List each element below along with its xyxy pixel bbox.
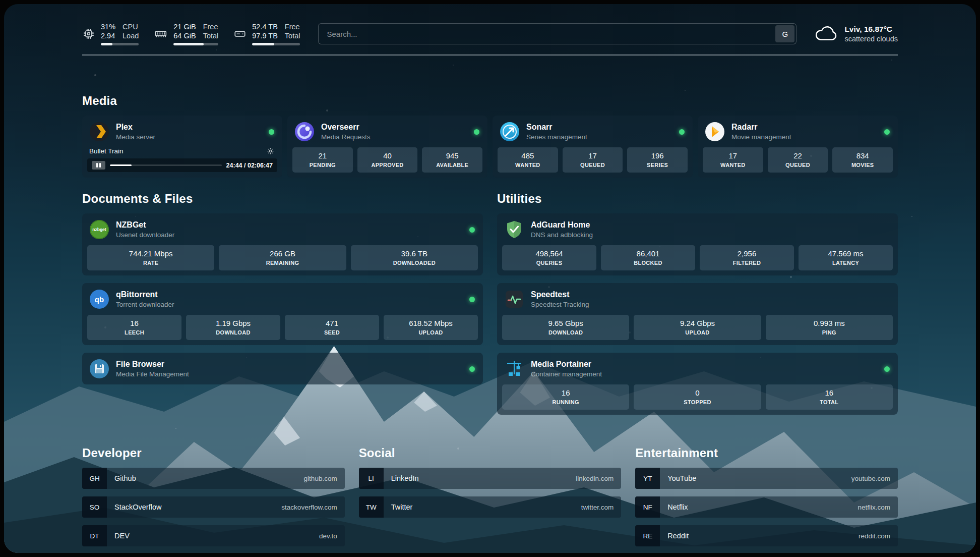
service-desc: Torrent downloader: [116, 300, 174, 309]
stat-tile: 39.6 TBDOWNLOADED: [351, 245, 478, 270]
disk-total-label: Total: [285, 31, 300, 40]
bookmark-url: twitter.com: [581, 504, 614, 511]
search-provider-button[interactable]: G: [775, 25, 794, 42]
service-card-filebrowser[interactable]: File Browser Media File Management: [82, 353, 483, 384]
overseerr-icon: [294, 122, 315, 142]
service-name: Overseerr: [321, 122, 371, 132]
service-name: File Browser: [116, 359, 189, 369]
stat-tile: 834MOVIES: [832, 147, 893, 173]
service-card-sonarr[interactable]: Sonarr Series management 485WANTED 17QUE…: [493, 116, 693, 178]
stat-tile: 21PENDING: [292, 147, 353, 173]
memory-free-value: 21 GiB: [173, 22, 196, 31]
cloud-icon: [815, 24, 838, 43]
weather-condition: scattered clouds: [844, 34, 898, 44]
memory-ram-icon: [154, 27, 168, 40]
disk-drive-icon: [233, 27, 247, 40]
stat-tile: 0STOPPED: [634, 384, 761, 410]
stat-tile: 2,956FILTERED: [700, 245, 794, 270]
bookmark-url: reddit.com: [859, 532, 890, 540]
bookmark-twitter[interactable]: TW Twitter twitter.com: [359, 496, 622, 518]
bookmark-github[interactable]: GH Github github.com: [82, 468, 345, 489]
service-name: Radarr: [731, 122, 791, 132]
service-name: Sonarr: [526, 122, 587, 132]
status-dot: [474, 129, 479, 135]
disk-free-value: 52.4 TB: [252, 22, 278, 31]
service-card-speedtest[interactable]: Speedtest Speedtest Tracking 9.65 GbpsDO…: [497, 283, 898, 345]
weather-location-temp: Lviv, 16.87°C: [844, 24, 898, 34]
stat-tile: 196SERIES: [627, 147, 688, 173]
service-name: Speedtest: [531, 290, 589, 300]
memory-meter: [173, 43, 218, 45]
stat-tile: 40APPROVED: [357, 147, 418, 173]
svg-text:nzbget: nzbget: [92, 227, 106, 232]
nzbget-icon: nzbget: [89, 219, 109, 240]
gear-icon[interactable]: [267, 147, 274, 155]
stat-tile: 9.65 GbpsDOWNLOAD: [502, 315, 629, 340]
service-desc: Usenet downloader: [116, 231, 174, 239]
memory-total-label: Total: [203, 31, 219, 40]
stat-tile: 471SEED: [285, 315, 379, 340]
stat-tile: 16RUNNING: [502, 384, 629, 410]
stat-tile: 17QUEUED: [563, 147, 623, 173]
utilities-section-title: Utilities: [497, 192, 898, 206]
cpu-percent: 31%: [101, 22, 115, 31]
service-card-qbittorrent[interactable]: qb qBittorrent Torrent downloader 16LEEC…: [82, 283, 483, 345]
bookmark-abbr: DT: [82, 525, 107, 546]
plex-player-bar: 24:44 / 02:06:47: [87, 158, 277, 172]
bookmark-url: github.com: [304, 475, 337, 482]
search-input[interactable]: [318, 23, 797, 44]
memory-total-value: 64 GiB: [173, 31, 196, 40]
service-name: AdGuard Home: [531, 220, 593, 230]
svg-text:qb: qb: [95, 295, 104, 304]
disk-meter: [252, 43, 300, 45]
section-utilities: Utilities AdGuard Home DNS and adblockin…: [497, 192, 898, 415]
service-desc: Container management: [531, 370, 602, 378]
bookmark-netflix[interactable]: NF Netflix netflix.com: [635, 496, 898, 518]
service-card-plex[interactable]: Plex Media server Bullet Train: [82, 116, 282, 178]
stat-tile: 9.24 GbpsUPLOAD: [634, 315, 761, 340]
service-card-adguard[interactable]: AdGuard Home DNS and adblocking 498,564Q…: [497, 213, 898, 275]
cpu-chip-icon: [82, 27, 95, 40]
adguard-shield-icon: [504, 219, 524, 240]
bookmark-abbr: RE: [635, 525, 660, 546]
service-name: qBittorrent: [116, 290, 174, 300]
snow-speckles: [4, 4, 5, 5]
status-dot: [469, 227, 475, 233]
bookmark-reddit[interactable]: RE Reddit reddit.com: [635, 525, 898, 546]
portainer-crane-icon: [504, 359, 524, 379]
section-documents: Documents & Files nzbget NZBGet Usenet d…: [82, 192, 483, 415]
bookmark-url: stackoverflow.com: [281, 504, 337, 511]
service-desc: Media server: [116, 133, 155, 141]
memory-free-label: Free: [203, 22, 219, 31]
service-card-radarr[interactable]: Radarr Movie management 17WANTED 22QUEUE…: [698, 116, 898, 178]
bookmark-linkedin[interactable]: LI LinkedIn linkedin.com: [359, 468, 622, 489]
pause-button[interactable]: [92, 161, 105, 170]
bookmark-name: DEV: [114, 532, 130, 540]
stat-tile: 485WANTED: [498, 147, 558, 173]
service-desc: Media Requests: [321, 133, 371, 141]
service-card-overseerr[interactable]: Overseerr Media Requests 21PENDING 40APP…: [287, 116, 487, 178]
bookmark-abbr: TW: [359, 496, 384, 518]
status-dot: [679, 129, 685, 135]
bookmark-dev[interactable]: DT DEV dev.to: [82, 525, 345, 546]
service-card-portainer[interactable]: Media Portainer Container management 16R…: [497, 353, 898, 415]
stat-tile: 1.19 GbpsDOWNLOAD: [186, 315, 280, 340]
service-card-nzbget[interactable]: nzbget NZBGet Usenet downloader 744.21 M…: [82, 213, 483, 275]
topbar-divider: [82, 54, 898, 55]
stat-tile: 16TOTAL: [766, 384, 893, 410]
bookmark-abbr: LI: [359, 468, 384, 489]
status-dot: [884, 129, 890, 135]
playback-progress[interactable]: [110, 164, 222, 166]
service-desc: Movie management: [731, 133, 791, 141]
entertainment-section-title: Entertainment: [635, 446, 898, 460]
status-dot: [269, 129, 274, 135]
bookmark-name: StackOverflow: [114, 503, 161, 511]
memory-widget: 21 GiB 64 GiB Free Total: [154, 22, 218, 45]
bookmark-name: Reddit: [667, 532, 689, 540]
developer-section-title: Developer: [82, 446, 345, 460]
bookmark-stackoverflow[interactable]: SO StackOverflow stackoverflow.com: [82, 496, 345, 518]
bookmark-youtube[interactable]: YT YouTube youtube.com: [635, 468, 898, 489]
system-widgets: 31% 2.94 CPU Load: [82, 22, 300, 45]
bookmark-name: Netflix: [667, 503, 688, 511]
documents-section-title: Documents & Files: [82, 192, 483, 206]
